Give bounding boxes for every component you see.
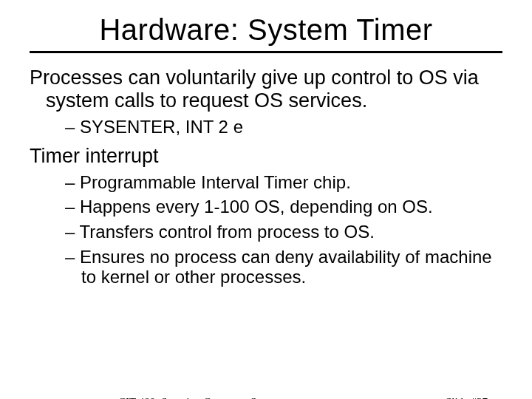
footer-course: CIT 480: Securing Computer Systems xyxy=(118,396,287,399)
bullet-item: Transfers control from process to OS. xyxy=(65,222,502,242)
slide-body: Processes can voluntarily give up contro… xyxy=(30,66,502,287)
sub-bullet: SYSENTER, INT 2 e xyxy=(65,117,502,137)
title-rule xyxy=(30,51,502,53)
footer-slide-number: Slide #37 xyxy=(446,396,488,399)
bullet-item: Happens every 1-100 OS, depending on OS. xyxy=(65,197,502,217)
slide: Hardware: System Timer Processes can vol… xyxy=(0,13,532,399)
slide-title: Hardware: System Timer xyxy=(0,13,532,47)
bullet-item: Ensures no process can deny availability… xyxy=(65,247,502,287)
lead-paragraph: Processes can voluntarily give up contro… xyxy=(30,66,502,112)
section-heading: Timer interrupt xyxy=(30,145,502,168)
bullet-item: Programmable Interval Timer chip. xyxy=(65,172,502,193)
